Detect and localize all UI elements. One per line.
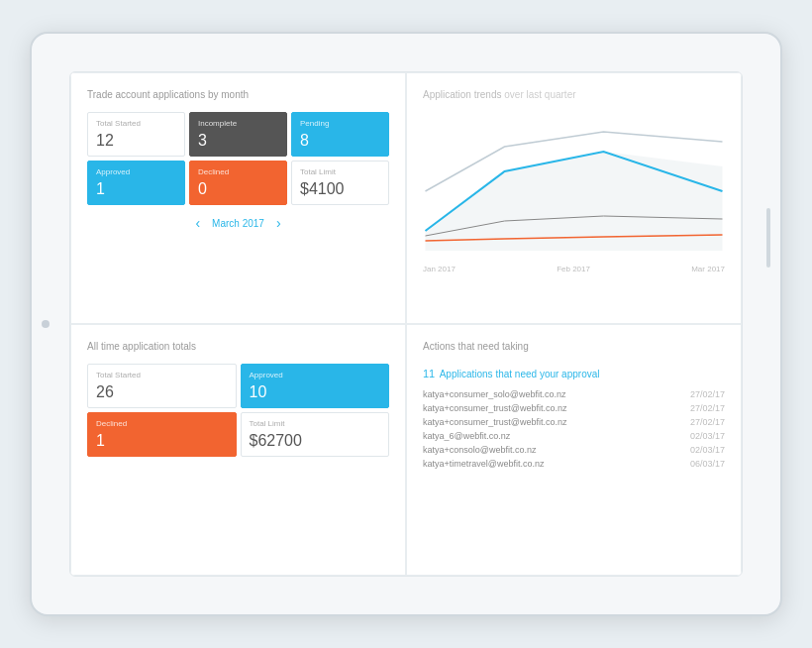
action-email: katya_6@webfit.co.nz — [423, 431, 510, 441]
action-row[interactable]: katya+consolo@webfit.co.nz 02/03/17 — [423, 445, 725, 455]
stat-total-started-label: Total Started — [96, 119, 176, 128]
action-email: katya+consolo@webfit.co.nz — [423, 445, 536, 455]
stat-incomplete-value: 3 — [198, 132, 278, 150]
stat-approved[interactable]: Approved 1 — [87, 161, 185, 205]
chart-label-feb: Feb 2017 — [557, 265, 590, 273]
stat-declined-label: Declined — [198, 167, 278, 176]
stat-alltime-started-value: 26 — [96, 383, 228, 401]
action-row[interactable]: katya_6@webfit.co.nz 02/03/17 — [423, 431, 725, 441]
panel1-title: Trade account applications by month — [87, 89, 389, 100]
stats-row2: Approved 1 Declined 0 Total Limit $4100 — [87, 161, 389, 205]
action-row[interactable]: katya+timetravel@webfit.co.nz 06/03/17 — [423, 459, 725, 469]
stat-alltime-approved[interactable]: Approved 10 — [241, 364, 390, 408]
actions-count: 11 — [423, 368, 435, 379]
action-date: 27/02/17 — [690, 417, 725, 427]
action-email: katya+consumer_solo@webfit.co.nz — [423, 389, 565, 399]
actions-link[interactable]: Applications that need your approval — [440, 369, 600, 379]
chart-label-jan: Jan 2017 — [423, 265, 456, 273]
action-row[interactable]: katya+consumer_trust@webfit.co.nz 27/02/… — [423, 403, 725, 413]
month-nav: ‹ March 2017 › — [87, 215, 389, 231]
stat-alltime-limit-value: $62700 — [250, 432, 381, 450]
chart-svg-container — [423, 112, 725, 261]
stat-total-limit-label: Total Limit — [300, 167, 380, 176]
action-date: 27/02/17 — [690, 403, 725, 413]
actions-header[interactable]: 11 Applications that need your approval — [423, 364, 725, 381]
panel2-title-main: Application trends — [423, 89, 502, 100]
chart-label-mar: Mar 2017 — [691, 265, 725, 273]
tablet-scroll — [766, 208, 770, 268]
alltime-row1: Total Started 26 Approved 10 — [87, 364, 389, 408]
stats-row1: Total Started 12 Incomplete 3 Pending 8 — [87, 112, 389, 157]
action-email: katya+timetravel@webfit.co.nz — [423, 459, 544, 469]
action-date: 02/03/17 — [690, 445, 725, 455]
stat-approved-label: Approved — [96, 167, 176, 176]
action-email: katya+consumer_trust@webfit.co.nz — [423, 403, 566, 413]
screen: Trade account applications by month Tota… — [69, 71, 743, 577]
stat-declined-value: 0 — [198, 180, 278, 198]
panel-actions: Actions that need taking 11 Applications… — [406, 324, 742, 576]
stat-pending-label: Pending — [300, 119, 380, 128]
panel2-title-suffix: over last quarter — [502, 89, 576, 100]
stat-pending-value: 8 — [300, 132, 380, 150]
action-date: 02/03/17 — [690, 431, 725, 441]
action-row[interactable]: katya+consumer_solo@webfit.co.nz 27/02/1… — [423, 389, 725, 399]
stat-pending[interactable]: Pending 8 — [291, 112, 389, 157]
action-date: 27/02/17 — [690, 389, 725, 399]
current-month-label: March 2017 — [212, 218, 264, 229]
stat-total-limit[interactable]: Total Limit $4100 — [291, 161, 389, 205]
stat-alltime-declined[interactable]: Declined 1 — [87, 412, 237, 457]
action-date: 06/03/17 — [690, 459, 725, 469]
panel-chart: Application trends over last quarter — [406, 72, 742, 324]
stat-alltime-declined-value: 1 — [96, 432, 228, 450]
stat-alltime-started-label: Total Started — [96, 371, 228, 379]
stat-approved-value: 1 — [96, 180, 176, 198]
stat-incomplete-label: Incomplete — [198, 119, 278, 128]
panel-all-time: All time application totals Total Starte… — [70, 324, 406, 576]
stat-incomplete[interactable]: Incomplete 3 — [189, 112, 287, 157]
panel4-title: Actions that need taking — [423, 341, 725, 352]
stat-total-started-value: 12 — [96, 132, 176, 150]
stat-declined[interactable]: Declined 0 — [189, 161, 287, 205]
stat-total-started[interactable]: Total Started 12 — [87, 112, 185, 157]
alltime-row2: Declined 1 Total Limit $62700 — [87, 412, 389, 457]
stat-alltime-limit[interactable]: Total Limit $62700 — [241, 412, 390, 457]
action-row[interactable]: katya+consumer_trust@webfit.co.nz 27/02/… — [423, 417, 725, 427]
stat-alltime-approved-label: Approved — [250, 371, 381, 379]
panel3-title: All time application totals — [87, 341, 389, 352]
stat-alltime-approved-value: 10 — [250, 383, 381, 401]
stat-alltime-declined-label: Declined — [96, 419, 228, 428]
tablet-button — [42, 320, 50, 328]
stat-total-limit-value: $4100 — [300, 180, 380, 198]
chart-labels: Jan 2017 Feb 2017 Mar 2017 — [423, 265, 725, 273]
prev-month-button[interactable]: ‹ — [195, 215, 200, 231]
stat-alltime-limit-label: Total Limit — [250, 419, 381, 428]
panel2-title: Application trends over last quarter — [423, 89, 725, 100]
next-month-button[interactable]: › — [276, 215, 281, 231]
tablet: Trade account applications by month Tota… — [30, 32, 782, 616]
panel-trade-accounts: Trade account applications by month Tota… — [70, 72, 406, 324]
actions-list: katya+consumer_solo@webfit.co.nz 27/02/1… — [423, 389, 725, 469]
stat-alltime-started[interactable]: Total Started 26 — [87, 364, 237, 408]
chart-svg — [423, 112, 725, 251]
action-email: katya+consumer_trust@webfit.co.nz — [423, 417, 566, 427]
